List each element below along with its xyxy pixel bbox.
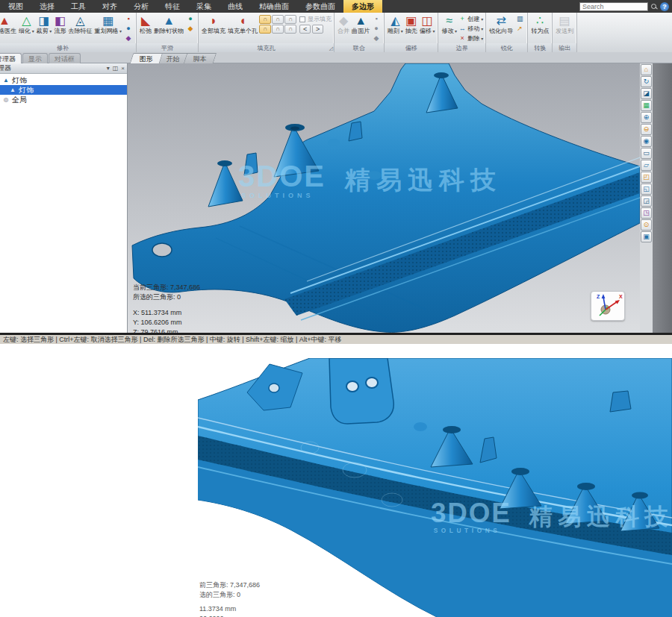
shell-button[interactable]: ▣ 抽壳 [405,13,418,34]
fill-mode-flat-toggle[interactable]: ∩ [284,15,296,24]
fill-type-bridge-toggle[interactable]: ∩ [284,25,296,34]
search-input[interactable] [579,2,648,11]
combine-extra-icon-3[interactable]: ◆ [371,34,382,43]
refine-button[interactable]: △ 细化 [18,13,35,35]
axis-triad[interactable]: Z X [591,291,625,321]
menu-curves[interactable]: 曲线 [220,0,251,13]
surface-patch-button[interactable]: ▲ 曲面片 [351,13,370,34]
select-polygon-button[interactable]: ▱ [641,160,652,171]
help-button[interactable]: ? [660,2,669,11]
tree-item-global[interactable]: ◍ 全局 [0,95,127,104]
sharpen-extra-icon-1[interactable]: ▥ [514,14,525,23]
group-label-combine: 联合 [335,43,384,52]
create-boundary-button[interactable]: + 创建 [458,14,483,23]
fill-mode-tangent-toggle[interactable]: ∩ [272,15,284,24]
axis-z-label: Z [597,294,600,299]
grid-view-button[interactable]: ▦ [641,100,652,111]
sharpen-extra-icon-2[interactable]: ↗ [514,24,525,33]
manifold-button[interactable]: ◧ 流形 [53,13,66,34]
convert-to-points-button[interactable]: ∴ 转为点 [530,13,550,34]
menu-analysis[interactable]: 分析 [125,0,157,13]
fill-type-partial-toggle[interactable]: ∩ [272,25,284,34]
panel-close-icon[interactable]: × [121,65,125,72]
fill-mode-curvature-toggle[interactable]: ∩ [259,15,271,24]
surface-nub [414,422,427,431]
select-custom-button[interactable]: ◳ [641,207,652,219]
group-label-convert: 转换 [528,43,552,52]
menu-exact-surface[interactable]: 精确曲面 [251,0,297,13]
combine-extra-icon-2[interactable]: ● [371,24,382,33]
repair-extra-icon-3[interactable]: ◆ [123,34,134,43]
selected-triangles: 所选的三角形: 0 [133,292,200,302]
delete-boundary-icon: × [458,34,466,42]
zoom-in-button[interactable]: ⊕ [641,112,652,123]
move-boundary-button[interactable]: ↔ 移动 [458,24,483,33]
defeature-button[interactable]: ◬ 去除特征 [67,13,93,34]
menu-tools[interactable]: 工具 [63,0,94,13]
tab-model-manager[interactable]: 模型管理器 [0,53,22,63]
send-to-icon: ▤ [559,13,570,28]
menu-polygons-active[interactable]: 多边形 [343,0,382,13]
panel-pin-icon[interactable]: ◫ [113,65,119,72]
cone-crater-3 [577,483,595,490]
deselect-all-button[interactable]: ▣ [641,231,652,242]
show-fill-checkbox[interactable] [299,16,305,22]
zoom-window-button[interactable]: ◉ [641,136,652,147]
delete-boundary-button[interactable]: × 删除 [458,34,483,43]
menu-select[interactable]: 选择 [31,0,63,13]
repair-extra-icon-1[interactable]: ▪ [123,14,134,23]
select-line-button[interactable]: ◲ [641,195,652,207]
menu-capture[interactable]: 采集 [188,0,220,13]
zoomed-model-canvas[interactable] [198,358,672,617]
offset-button[interactable]: ◫ 偏移 [419,13,436,35]
menu-features[interactable]: 特征 [157,0,188,13]
ribbon: ▲ 网格医生 △ 细化 ◨ 裁剪 ◧ 流形 ◬ 去除特征 [0,13,672,52]
sharpen-extra-tools: ▥ ↗ [514,13,525,33]
remesh-button[interactable]: ▦ 重划网格 [93,13,122,35]
search-icon[interactable] [650,3,658,10]
sharpen-wizard-button[interactable]: ⇄ 锐化向导 [488,13,514,34]
fill-type-complete-toggle[interactable]: ∩ [259,25,271,34]
merge-button[interactable]: ◆ 合并 [337,13,350,34]
convert-to-points-icon: ∴ [536,13,544,28]
select-rectangle-button[interactable]: ▭ [641,148,652,159]
tree-item-lamp-root[interactable]: ▲ 灯饰 [0,75,127,85]
relax-button[interactable]: ◣ 松弛 [139,13,152,34]
tab-display[interactable]: 显示 [22,53,48,63]
panel-dropdown-icon[interactable]: ▾ [107,65,110,72]
smooth-extra-icon-1[interactable]: ● [185,14,196,23]
tab-dialog[interactable]: 对话框 [49,53,81,63]
menu-align[interactable]: 对齐 [94,0,125,13]
select-paint-button[interactable]: ◱ [641,184,652,195]
remove-spikes-button[interactable]: ▲ 删除钉状物 [153,13,184,34]
menu-parametric-surface[interactable]: 参数曲面 [297,0,343,13]
mesh-doctor-button[interactable]: ▲ 网格医生 [0,13,17,34]
fit-view-button[interactable]: ◪ [641,88,652,99]
rotate-view-button[interactable]: ↻ [641,76,652,87]
combine-extra-icon-1[interactable]: ▪ [371,14,382,23]
home-view-button[interactable]: ⌂ [641,64,652,75]
repair-extra-icon-2[interactable]: ● [123,24,134,33]
next-hole-button[interactable]: > [312,25,323,34]
send-to-button[interactable]: ▤ 发送到 [555,13,574,34]
zoomed-viewport[interactable]: 3DOE SOLUTIONS 精易迅科技 前三角形: 7,347,686 选的三… [198,358,672,617]
tab-script[interactable]: 脚本 [184,53,217,63]
model-canvas[interactable] [128,63,640,333]
select-through-button[interactable]: ⊙ [641,219,652,231]
fill-all-button[interactable]: ◗ 全部填充 [201,13,226,34]
modify-boundary-button[interactable]: ≈ 修改 [441,13,458,35]
trim-icon: ◨ [38,13,49,28]
zoom-out-button[interactable]: ⊖ [641,124,652,135]
smooth-extra-icon-2[interactable]: ◆ [185,24,196,33]
tab-graphics[interactable]: 图形 [130,53,164,63]
main-3d-viewport[interactable]: 3DOE SOLUTIONS 精易迅科技 当前三角形: 7,347,686 所选… [128,63,640,333]
fill-single-button[interactable]: ◖ 填充单个孔 [227,13,258,34]
dialog-launcher-icon[interactable]: ◿ [329,46,333,51]
select-lasso-button[interactable]: ◰ [641,172,652,183]
previous-hole-button[interactable]: < [299,25,311,34]
menu-view[interactable]: 视图 [0,0,31,13]
trim-button[interactable]: ◨ 裁剪 [36,13,53,35]
sculpt-button[interactable]: ◭ 雕刻 [387,13,404,35]
mounting-tab-1 [244,153,258,175]
tree-item-lamp-selected[interactable]: ▲ 灯饰 [0,85,127,95]
